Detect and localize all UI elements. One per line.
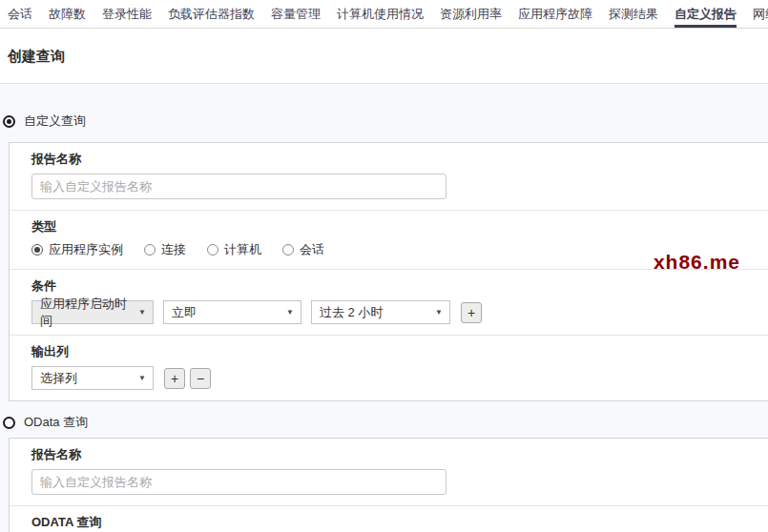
condition-field-select[interactable]: 应用程序启动时间 ▼ xyxy=(31,300,154,324)
custom-query-radio[interactable]: 自定义查询 xyxy=(0,84,768,130)
page-header: 创建查询 xyxy=(0,29,768,84)
report-name-section: 报告名称 xyxy=(10,143,768,211)
type-option-machine[interactable]: 计算机 xyxy=(207,241,261,258)
output-columns-label: 输出列 xyxy=(31,343,768,360)
type-option-label: 连接 xyxy=(161,241,186,258)
conditions-label: 条件 xyxy=(31,277,768,295)
output-columns-value: 选择列 xyxy=(40,370,77,387)
report-name-input[interactable] xyxy=(31,174,446,199)
page-title: 创建查询 xyxy=(8,48,760,66)
odata-query-radio-label: OData 查询 xyxy=(24,414,88,431)
chevron-down-icon: ▼ xyxy=(435,308,443,317)
type-label: 类型 xyxy=(31,218,768,235)
odata-report-name-label: 报告名称 xyxy=(31,446,768,463)
chevron-down-icon: ▼ xyxy=(286,308,294,317)
tab-logon-performance[interactable]: 登录性能 xyxy=(102,0,152,28)
type-option-session[interactable]: 会话 xyxy=(282,241,324,258)
odata-query-section: ODATA 查询 xyxy=(10,506,768,532)
tab-network[interactable]: 网络 xyxy=(753,0,768,28)
type-option-label: 会话 xyxy=(300,241,324,258)
condition-operator-select[interactable]: 立即 ▼ xyxy=(163,300,301,324)
remove-column-button[interactable]: − xyxy=(190,368,211,389)
radio-unselected-icon[interactable] xyxy=(282,244,294,256)
condition-value-select[interactable]: 过去 2 小时 ▼ xyxy=(311,300,450,324)
report-tabs: 会话 故障数 登录性能 负载评估器指数 容量管理 计算机使用情况 资源利用率 应… xyxy=(0,0,768,29)
tab-application-failures[interactable]: 应用程序故障 xyxy=(518,0,592,28)
custom-query-radio-label: 自定义查询 xyxy=(24,113,86,130)
tab-capacity-management[interactable]: 容量管理 xyxy=(271,0,321,28)
type-option-label: 计算机 xyxy=(224,241,261,258)
tab-probe-results[interactable]: 探测结果 xyxy=(609,0,658,28)
condition-field-value: 应用程序启动时间 xyxy=(40,296,133,330)
create-query-form: xh86.me 自定义查询 报告名称 类型 应用程序实例 连接 xyxy=(0,84,768,532)
type-option-label: 应用程序实例 xyxy=(49,241,123,258)
chevron-down-icon: ▼ xyxy=(138,308,146,317)
odata-query-panel: 报告名称 ODATA 查询 xyxy=(9,438,768,532)
output-columns-select[interactable]: 选择列 ▼ xyxy=(31,366,154,390)
tab-sessions[interactable]: 会话 xyxy=(8,0,32,28)
radio-unselected-icon[interactable] xyxy=(144,244,156,256)
radio-unselected-icon[interactable] xyxy=(207,244,218,256)
conditions-section: 条件 应用程序启动时间 ▼ 立即 ▼ 过去 2 小时 ▼ + xyxy=(10,270,768,336)
tab-machine-usage[interactable]: 计算机使用情况 xyxy=(337,0,424,28)
radio-unselected-icon[interactable] xyxy=(3,417,15,429)
add-condition-button[interactable]: + xyxy=(461,302,482,323)
odata-report-name-input[interactable] xyxy=(31,469,446,495)
watermark: xh86.me xyxy=(654,251,740,274)
radio-selected-icon[interactable] xyxy=(31,244,43,256)
type-option-connection[interactable]: 连接 xyxy=(144,241,186,258)
condition-operator-value: 立即 xyxy=(172,304,197,321)
output-columns-section: 输出列 选择列 ▼ + − xyxy=(10,336,768,400)
odata-query-radio[interactable]: OData 查询 xyxy=(0,414,768,431)
chevron-down-icon: ▼ xyxy=(138,374,146,382)
add-column-button[interactable]: + xyxy=(164,368,185,389)
type-option-application-instance[interactable]: 应用程序实例 xyxy=(31,241,123,258)
odata-report-name-section: 报告名称 xyxy=(10,439,768,506)
condition-value-value: 过去 2 小时 xyxy=(320,304,383,321)
tab-failures[interactable]: 故障数 xyxy=(49,0,86,28)
report-name-label: 报告名称 xyxy=(31,151,768,168)
tab-load-evaluator-index[interactable]: 负载评估器指数 xyxy=(168,0,255,28)
tab-custom-reports[interactable]: 自定义报告 xyxy=(675,0,737,28)
tab-resource-utilization[interactable]: 资源利用率 xyxy=(440,0,502,28)
radio-selected-icon[interactable] xyxy=(3,115,15,128)
odata-query-label: ODATA 查询 xyxy=(31,514,768,531)
